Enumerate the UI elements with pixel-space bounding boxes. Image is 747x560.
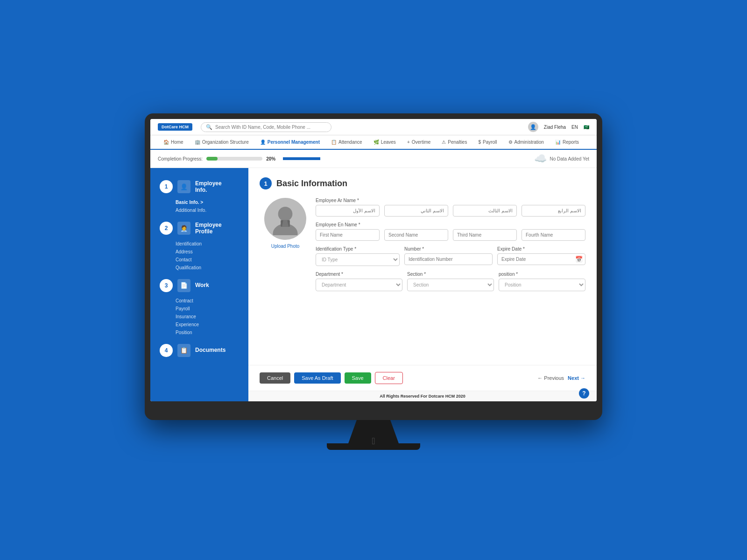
dept-row: Department * Department Section * S xyxy=(316,272,585,291)
sidebar-item-work[interactable]: 3 📄 Work xyxy=(150,274,248,297)
documents-title: Documents xyxy=(195,347,226,353)
footer: All Rights Reserved For Dotcare HCM 2020… xyxy=(248,391,597,401)
sidebar-subitem-contract[interactable]: Contract xyxy=(176,297,241,305)
step-1-circle: 1 xyxy=(160,180,173,193)
sidebar-subitem-additional-info[interactable]: Additional Info. xyxy=(176,206,241,214)
save-as-draft-button[interactable]: Save As Draft xyxy=(294,372,340,384)
department-group: Department * Department xyxy=(316,272,402,291)
ar-second-name-input[interactable] xyxy=(384,205,448,217)
employee-profile-title: Employee Profile xyxy=(195,222,222,235)
en-fourth-name-input[interactable] xyxy=(521,229,585,241)
nav-bar: 🏠 Home 🏢 Organization Structure 👤 Person… xyxy=(150,135,597,150)
sidebar-subitem-address[interactable]: Address xyxy=(176,248,241,256)
progress-percent: 20% xyxy=(266,156,275,161)
nav-payroll[interactable]: $ Payroll xyxy=(472,135,502,150)
section-step-badge: 1 xyxy=(260,177,272,189)
no-data-text: No Data Added Yet xyxy=(550,156,589,161)
sidebar-item-documents[interactable]: 4 📋 Documents xyxy=(150,339,248,362)
id-number-group: Number * xyxy=(404,246,493,265)
nav-home[interactable]: 🏠 Home xyxy=(158,135,189,150)
ar-first-name-input[interactable] xyxy=(316,205,380,217)
position-group: position * Position xyxy=(499,272,585,291)
search-icon: 🔍 xyxy=(206,124,212,130)
progress-fill xyxy=(206,157,218,161)
en-fourth-name-group xyxy=(521,229,585,241)
department-select[interactable]: Department xyxy=(316,279,402,291)
step-3-circle: 3 xyxy=(160,279,173,292)
no-data-badge: ☁️ No Data Added Yet xyxy=(534,153,589,165)
help-button[interactable]: ? xyxy=(579,388,589,399)
position-select[interactable]: Position xyxy=(499,279,585,291)
nav-administration[interactable]: ⚙ Administration xyxy=(503,135,550,150)
upload-photo-label[interactable]: Upload Photo xyxy=(271,244,300,249)
user-name: Ziad Fleha xyxy=(544,125,566,130)
previous-button[interactable]: ← Previous xyxy=(537,375,564,381)
sidebar: 1 👤 Employee Info. Basic Info. > Additio… xyxy=(150,168,248,401)
save-button[interactable]: Save xyxy=(345,372,371,384)
expire-date-wrapper: 📅 xyxy=(497,253,585,265)
ar-second-name-group xyxy=(384,205,448,217)
sidebar-subitem-basic-info[interactable]: Basic Info. > xyxy=(176,198,241,206)
sidebar-item-employee-info[interactable]: 1 👤 Employee Info. xyxy=(150,175,248,198)
sidebar-subitem-contact[interactable]: Contact xyxy=(176,256,241,264)
nav-attendance[interactable]: 📋 Attendance xyxy=(325,135,368,150)
cancel-button[interactable]: Cancel xyxy=(260,372,290,384)
sidebar-subitem-payroll[interactable]: Payroll xyxy=(176,305,241,313)
avatar: 👤 xyxy=(528,122,538,132)
ar-third-name-input[interactable] xyxy=(453,205,517,217)
lang-selector[interactable]: EN xyxy=(571,125,578,130)
photo-upload-area: Upload Photo xyxy=(260,198,311,249)
footer-brand: Dotcare HCM xyxy=(429,394,455,399)
id-type-select[interactable]: ID Type xyxy=(316,253,400,266)
en-name-row xyxy=(316,229,585,241)
step-4-circle: 4 xyxy=(160,344,173,357)
nav-org-structure[interactable]: 🏢 Organization Structure xyxy=(189,135,254,150)
next-button[interactable]: Next → xyxy=(568,375,585,381)
footer-year: 2020 xyxy=(456,394,465,399)
clear-button[interactable]: Clear xyxy=(375,372,403,384)
sidebar-section-employee-info: 1 👤 Employee Info. Basic Info. > Additio… xyxy=(150,175,248,214)
employee-profile-icon: 🧑‍💼 xyxy=(177,222,190,235)
en-third-name-input[interactable] xyxy=(453,229,517,241)
id-type-group: Identification Type * ID Type xyxy=(316,246,400,266)
sidebar-item-employee-profile[interactable]: 2 🧑‍💼 Employee Profile xyxy=(150,217,248,240)
nav-reports[interactable]: 📊 Reports xyxy=(550,135,585,150)
search-input[interactable] xyxy=(215,125,326,130)
id-type-label: Identification Type * xyxy=(316,246,400,252)
id-number-input[interactable] xyxy=(404,253,493,265)
ar-fourth-name-group xyxy=(521,205,585,217)
en-second-name-input[interactable] xyxy=(384,229,448,241)
employee-profile-sub-items: Identification Address Contact Qualifica… xyxy=(150,240,248,272)
calendar-icon[interactable]: 📅 xyxy=(575,256,583,263)
nav-penalties[interactable]: ⚠ Penalties xyxy=(436,135,472,150)
cloud-icon: ☁️ xyxy=(534,153,547,165)
ar-fourth-name-input[interactable] xyxy=(521,205,585,217)
expire-date-group: Expire Date * 📅 xyxy=(497,246,585,265)
tab-indicator xyxy=(283,157,320,160)
sidebar-subitem-qualification[interactable]: Qualification xyxy=(176,264,241,272)
id-row: Identification Type * ID Type Number * xyxy=(316,246,585,266)
ar-third-name-group xyxy=(453,205,517,217)
top-right-area: 👤 Ziad Fleha EN 🇸🇦 xyxy=(528,122,589,132)
sidebar-subitem-insurance[interactable]: Insurance xyxy=(176,313,241,321)
footer-text: All Rights Reserved For xyxy=(380,394,427,399)
ar-first-name-group xyxy=(316,205,380,217)
sidebar-section-employee-profile: 2 🧑‍💼 Employee Profile Identification Ad… xyxy=(150,217,248,272)
search-bar[interactable]: 🔍 xyxy=(201,122,331,132)
sidebar-subitem-experience[interactable]: Experience xyxy=(176,321,241,329)
employee-info-title: Employee Info. xyxy=(195,180,222,194)
top-bar: DotCare HCM 🔍 👤 Ziad Fleha EN 🇸🇦 xyxy=(150,119,597,135)
progress-label: Completion Progress: xyxy=(158,156,203,161)
section-select[interactable]: Section xyxy=(407,279,494,291)
sidebar-subitem-position[interactable]: Position xyxy=(176,329,241,336)
nav-overtime[interactable]: + Overtime xyxy=(402,135,436,150)
form-main-row: Upload Photo Employee Ar Name * xyxy=(260,198,585,291)
section-label: Section * xyxy=(407,272,494,277)
id-number-label: Number * xyxy=(404,246,493,252)
en-first-name-input[interactable] xyxy=(316,229,380,241)
expire-date-input[interactable] xyxy=(497,253,585,265)
nav-personnel[interactable]: 👤 Personnel Management xyxy=(254,135,325,150)
sidebar-subitem-identification[interactable]: Identification xyxy=(176,240,241,248)
nav-leaves[interactable]: 🌿 Leaves xyxy=(368,135,402,150)
form-fields: Employee Ar Name * xyxy=(316,198,585,291)
